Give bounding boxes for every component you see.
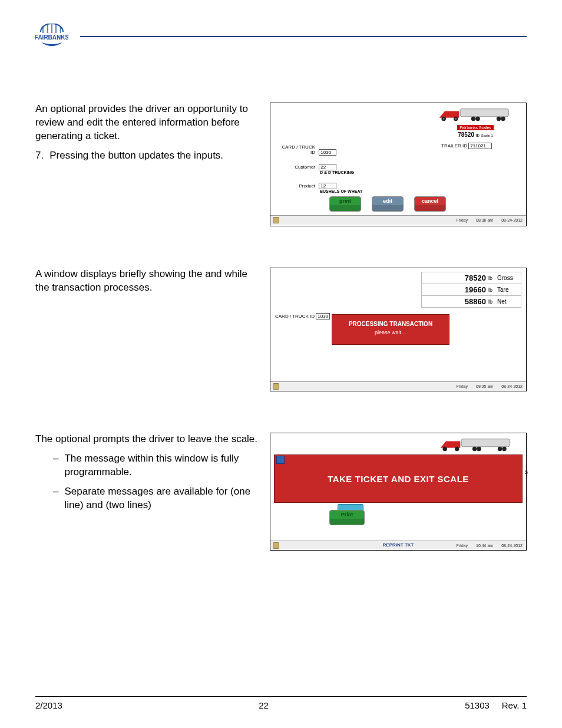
truck-icon [437, 107, 514, 123]
banner-s: s [525, 469, 528, 475]
field-label: Customer [276, 164, 318, 170]
header-divider [80, 36, 527, 37]
fairbanks-logo: FAIRBANKS [35, 24, 68, 50]
status-time: 10:44 am [476, 543, 493, 548]
footer-date: 2/2013 [35, 700, 62, 710]
svg-point-16 [496, 117, 500, 121]
text: Pressing the [49, 150, 108, 161]
footer-doc: 51303 [465, 700, 490, 710]
weight-type: Tare [495, 286, 517, 293]
status-date: 08-24-2012 [501, 384, 523, 388]
svg-rect-19 [446, 441, 460, 447]
field-label: CARD / TRUCK ID [276, 144, 318, 155]
svg-rect-18 [462, 439, 510, 447]
svg-point-25 [498, 447, 502, 451]
svg-point-23 [472, 447, 477, 451]
text-column: The optional prompts the driver to leave… [35, 433, 259, 518]
text: (two lines) [105, 499, 151, 510]
print-button-wrapper: Print [329, 510, 365, 525]
screenshot-verify-window: Fairbanks Scales 78520 lb Scale 1 TRAILE… [270, 103, 527, 226]
weight-unit: lb [476, 133, 480, 138]
screenshot-exit: TAKE TICKET AND EXIT SCALE s Print Frida… [270, 433, 527, 551]
text: Separate messages are available for [64, 486, 230, 497]
weight-unit: lb [488, 287, 492, 293]
field-sub: D & D TRUCKING [320, 170, 362, 174]
trailer-value[interactable]: 711021 [468, 143, 492, 149]
reprint-ticket-button[interactable]: REPRINT TKT [383, 542, 414, 548]
text: prompts the driver to leave the scale. [93, 433, 257, 444]
cancel-button[interactable]: cancel [414, 196, 446, 212]
button-row: print edit cancel [329, 196, 446, 212]
weight-value: 19660 [465, 285, 486, 294]
field-value[interactable]: 22 [319, 164, 336, 170]
section-processing: A window displays briefly showing the an… [35, 268, 527, 391]
status-date: 08-24-2012 [501, 218, 523, 222]
blue-tab [338, 504, 363, 510]
weight-value: 58860 [465, 297, 486, 306]
svg-point-11 [442, 118, 444, 120]
status-time: 08:36 am [476, 218, 493, 222]
text: and [205, 268, 224, 279]
field-customer: Customer 22 D & D TRUCKING [276, 164, 362, 174]
field-value[interactable]: 1030 [319, 149, 336, 156]
footer-docrev: 51303 Rev. 1 [465, 700, 527, 710]
weight-value: 78520 [458, 131, 474, 138]
text: An optional [35, 103, 88, 114]
weight-row-gross: 78520 lb Gross [421, 272, 521, 284]
weight-type: Net [495, 298, 517, 305]
weight-summary: 78520 lb Gross 19660 lb Tare 58860 lb Ne… [421, 272, 521, 308]
svg-point-13 [455, 118, 457, 120]
svg-point-24 [477, 447, 481, 451]
para-exit: The optional prompts the driver to leave… [35, 433, 259, 446]
field-label: CARD / TRUCK ID [275, 314, 315, 319]
status-bar: Friday 09:25 am 08-24-2012 [270, 381, 526, 391]
dash-icon: – [53, 485, 58, 512]
step-7: 7. Pressing the button updates the input… [35, 149, 259, 163]
text: The optional [35, 433, 93, 444]
bullet-text: The message within this window is fully … [64, 452, 259, 479]
svg-point-22 [455, 447, 459, 451]
status-time: 09:25 am [476, 384, 493, 388]
card-truck-line: CARD / TRUCK ID 1030 [275, 313, 330, 319]
field-value[interactable]: 12 [319, 183, 336, 189]
truck-icon [438, 437, 515, 453]
weight-unit: lb [488, 299, 492, 305]
text-column: An optional provides the driver an oppor… [35, 103, 259, 163]
print-button[interactable]: Print [329, 510, 365, 525]
svg-text:FAIRBANKS: FAIRBANKS [35, 34, 68, 41]
exit-banner: TAKE TICKET AND EXIT SCALE [274, 454, 523, 503]
step-body: Pressing the button updates the inputs. [49, 149, 259, 163]
page-footer: 2/2013 22 51303 Rev. 1 [35, 696, 527, 710]
processing-title: PROCESSING TRANSACTION [332, 321, 449, 327]
edit-button[interactable]: edit [372, 196, 404, 212]
print-button[interactable]: print [329, 196, 361, 212]
para-processing: A window displays briefly showing the an… [35, 268, 259, 295]
step-number: 7. [35, 149, 44, 163]
status-day: Friday [457, 543, 468, 548]
text: A window displays briefly showing the [35, 268, 205, 279]
svg-point-21 [443, 447, 447, 451]
text: button updates the inputs. [108, 150, 223, 161]
status-icon [273, 217, 279, 223]
brand-badge: Fairbanks Scales [457, 125, 494, 130]
weight-type: Gross [495, 275, 517, 281]
text-column: A window displays briefly showing the an… [35, 268, 259, 301]
footer-page: 22 [259, 700, 269, 710]
scale-note: Scale 1 [481, 134, 493, 137]
processing-sub: please wait… [332, 330, 449, 335]
field-label: Product [276, 183, 318, 189]
svg-rect-8 [445, 111, 459, 117]
svg-rect-7 [460, 109, 508, 117]
footer-rev: Rev. 1 [502, 700, 527, 710]
page-header: FAIRBANKS [35, 24, 527, 50]
field-sub: BUSHELS OF WHEAT [320, 189, 362, 193]
svg-point-26 [503, 447, 507, 451]
bullet-item: – Separate messages are available for (o… [53, 485, 259, 512]
banner-tag-icon [276, 456, 285, 464]
section-exit: The optional prompts the driver to leave… [35, 433, 527, 551]
status-day: Friday [457, 218, 468, 222]
svg-point-17 [501, 117, 505, 121]
bullet-item: – The message within this window is full… [53, 452, 259, 479]
dash-icon: – [53, 452, 58, 479]
field-card-truck: CARD / TRUCK ID 1030 [276, 144, 362, 156]
